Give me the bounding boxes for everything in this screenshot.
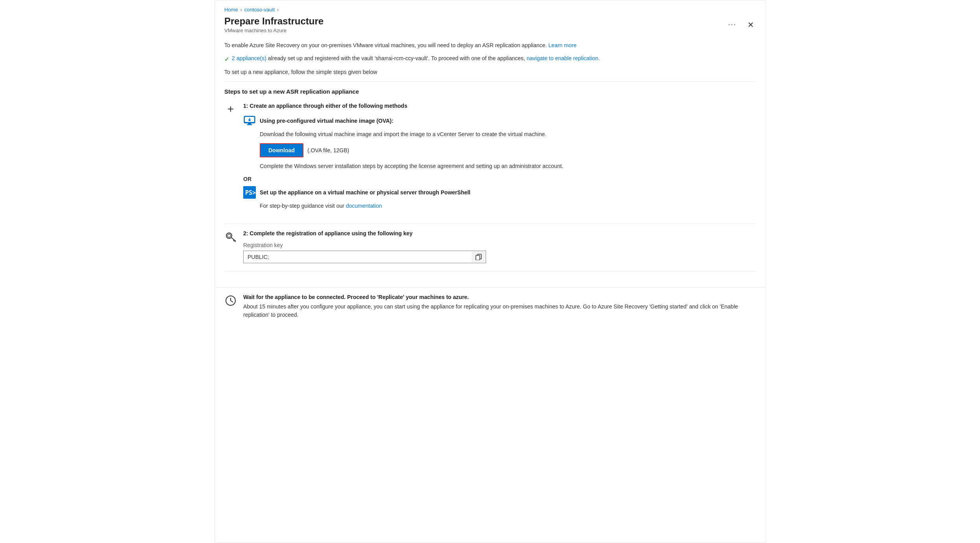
step2-icon — [224, 231, 237, 245]
close-button[interactable]: ✕ — [746, 19, 756, 30]
breadcrumb-sep2: › — [277, 7, 279, 13]
install-note: Complete the Windows server installation… — [243, 162, 756, 170]
reg-input-row — [243, 251, 756, 263]
ova-method-header: Using pre-configured virtual machine ima… — [243, 115, 756, 127]
step1-icon: + — [224, 103, 237, 115]
divider-top — [224, 81, 756, 82]
svg-rect-14 — [476, 255, 480, 260]
svg-rect-3 — [248, 123, 251, 124]
breadcrumb-sep1: › — [240, 7, 242, 13]
ova-method-block: Using pre-configured virtual machine ima… — [243, 115, 756, 170]
learn-more-link[interactable]: Learn more — [548, 42, 577, 48]
more-button[interactable]: ··· — [725, 19, 740, 30]
ps-method-title: Set up the appliance on a virtual machin… — [260, 189, 470, 196]
svg-text:PS>: PS> — [245, 189, 256, 196]
step2-title: 2: Complete the registration of applianc… — [243, 230, 756, 236]
svg-point-8 — [226, 233, 232, 238]
reg-key-input[interactable] — [243, 251, 472, 263]
step1: + 1: Create an appliance through either … — [224, 103, 756, 216]
ps-method-block: PS> Set up the appliance on a virtual ma… — [243, 186, 756, 210]
header-row: Prepare Infrastructure VMware machines t… — [215, 13, 765, 33]
appliance-status-row: ✓ 2 appliance(s) already set up and regi… — [224, 54, 756, 64]
page-subtitle: VMware machines to Azure — [224, 28, 324, 33]
intro-text: To enable Azure Site Recovery on your on… — [224, 41, 756, 50]
key-icon — [225, 231, 237, 245]
divider-bottom — [224, 271, 756, 272]
documentation-link[interactable]: documentation — [346, 203, 382, 209]
navigate-link[interactable]: navigate to enable replication. — [527, 55, 600, 61]
svg-point-9 — [227, 234, 231, 237]
svg-line-17 — [231, 301, 233, 302]
appliance-count-link[interactable]: 2 appliance(s) — [232, 55, 266, 61]
svg-rect-4 — [247, 124, 252, 125]
ps-method-header: PS> Set up the appliance on a virtual ma… — [243, 186, 756, 199]
check-icon: ✓ — [224, 55, 229, 64]
divider-mid — [224, 223, 756, 224]
plus-icon: + — [227, 103, 234, 115]
wait-desc: About 15 minutes after you configure you… — [243, 303, 756, 319]
main-panel: Home › contoso-vault › Prepare Infrastru… — [214, 0, 766, 543]
monitor-download-icon — [243, 115, 256, 127]
wait-title: Wait for the appliance to be connected. … — [243, 294, 756, 300]
breadcrumb: Home › contoso-vault › — [215, 0, 765, 13]
step2: 2: Complete the registration of applianc… — [224, 230, 756, 263]
ova-method-title: Using pre-configured virtual machine ima… — [260, 118, 394, 124]
wait-icon — [224, 295, 237, 309]
setup-text: To set up a new appliance, follow the si… — [224, 69, 756, 75]
appliance-status-text: 2 appliance(s) already set up and regist… — [232, 54, 600, 63]
clock-icon — [225, 295, 237, 309]
step2-content: 2: Complete the registration of applianc… — [243, 230, 756, 263]
steps-heading: Steps to set up a new ASR replication ap… — [224, 88, 756, 95]
copy-button[interactable] — [472, 251, 486, 263]
wait-step: Wait for the appliance to be connected. … — [215, 287, 765, 325]
step1-content: 1: Create an appliance through either of… — [243, 103, 756, 216]
download-row: Download (.OVA file, 12GB) — [243, 143, 756, 157]
breadcrumb-vault[interactable]: contoso-vault — [244, 7, 275, 13]
page-title: Prepare Infrastructure — [224, 16, 324, 27]
ps-icon: PS> — [243, 186, 256, 199]
download-button[interactable]: Download — [260, 143, 303, 157]
main-content: To enable Azure Site Recovery on your on… — [215, 33, 765, 287]
or-label: OR — [243, 176, 756, 182]
wait-content: Wait for the appliance to be connected. … — [243, 294, 756, 319]
ps-method-desc: For step-by-step guidance visit our docu… — [243, 202, 756, 210]
file-info: (.OVA file, 12GB) — [307, 147, 349, 153]
title-area: Prepare Infrastructure VMware machines t… — [224, 16, 324, 33]
breadcrumb-home[interactable]: Home — [224, 7, 238, 13]
step1-title: 1: Create an appliance through either of… — [243, 103, 756, 109]
copy-icon — [475, 254, 482, 260]
header-actions: ··· ✕ — [725, 16, 756, 30]
reg-key-label: Registration key — [243, 242, 756, 248]
ova-method-desc: Download the following virtual machine i… — [243, 130, 756, 139]
